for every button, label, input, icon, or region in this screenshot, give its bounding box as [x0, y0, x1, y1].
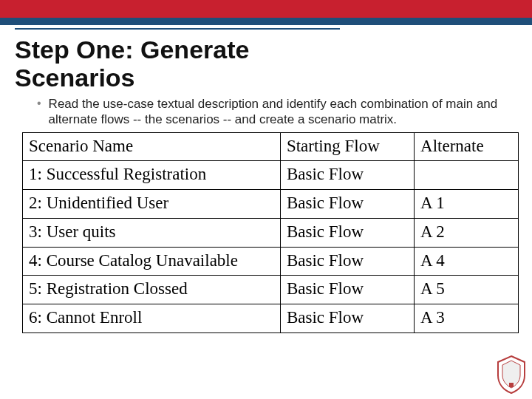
scenario-matrix: Scenario Name Starting Flow Alternate 1:…	[22, 132, 519, 333]
bullet-text: Read the use-case textual description an…	[49, 96, 510, 128]
header-scenario-name: Scenario Name	[23, 132, 281, 161]
cell-alternate	[415, 161, 519, 190]
cell-starting: Basic Flow	[280, 304, 414, 333]
cell-alternate: A 2	[415, 218, 519, 247]
cell-name: 1: Successful Registration	[23, 161, 281, 190]
cell-starting: Basic Flow	[280, 218, 414, 247]
slide-title: Step One: Generate Scenarios	[15, 35, 532, 92]
slide-banner	[0, 0, 532, 25]
table-row: 2: Unidentified User Basic Flow A 1	[23, 190, 519, 219]
institution-logo-icon	[495, 355, 528, 395]
cell-starting: Basic Flow	[280, 161, 414, 190]
cell-starting: Basic Flow	[280, 190, 414, 219]
table-row: 6: Cannot Enroll Basic Flow A 3	[23, 304, 519, 333]
table-row: 4: Course Catalog Unavailable Basic Flow…	[23, 247, 519, 276]
title-line-1: Step One: Generate	[15, 35, 249, 64]
table-header-row: Scenario Name Starting Flow Alternate	[23, 132, 519, 161]
bullet-item: • Read the use-case textual description …	[37, 96, 510, 128]
cell-name: 2: Unidentified User	[23, 190, 281, 219]
banner-stripe	[0, 18, 532, 25]
cell-name: 4: Course Catalog Unavailable	[23, 247, 281, 276]
svg-rect-0	[509, 383, 514, 387]
cell-name: 3: User quits	[23, 218, 281, 247]
cell-name: 5: Registration Clossed	[23, 276, 281, 304]
cell-starting: Basic Flow	[280, 247, 414, 276]
banner-underline	[15, 28, 340, 30]
title-line-2: Scenarios	[15, 64, 135, 92]
cell-alternate: A 4	[415, 247, 519, 276]
table-row: 5: Registration Clossed Basic Flow A 5	[23, 276, 519, 304]
table-row: 1: Successful Registration Basic Flow	[23, 161, 519, 190]
cell-alternate: A 5	[415, 276, 519, 304]
cell-name: 6: Cannot Enroll	[23, 304, 281, 333]
header-alternate: Alternate	[415, 132, 519, 161]
scenario-table: Scenario Name Starting Flow Alternate 1:…	[22, 132, 519, 333]
bullet-dot-icon: •	[37, 96, 41, 128]
cell-alternate: A 3	[415, 304, 519, 333]
cell-starting: Basic Flow	[280, 276, 414, 304]
table-row: 3: User quits Basic Flow A 2	[23, 218, 519, 247]
bullet-list: • Read the use-case textual description …	[37, 96, 510, 128]
header-starting-flow: Starting Flow	[280, 132, 414, 161]
cell-alternate: A 1	[415, 190, 519, 219]
